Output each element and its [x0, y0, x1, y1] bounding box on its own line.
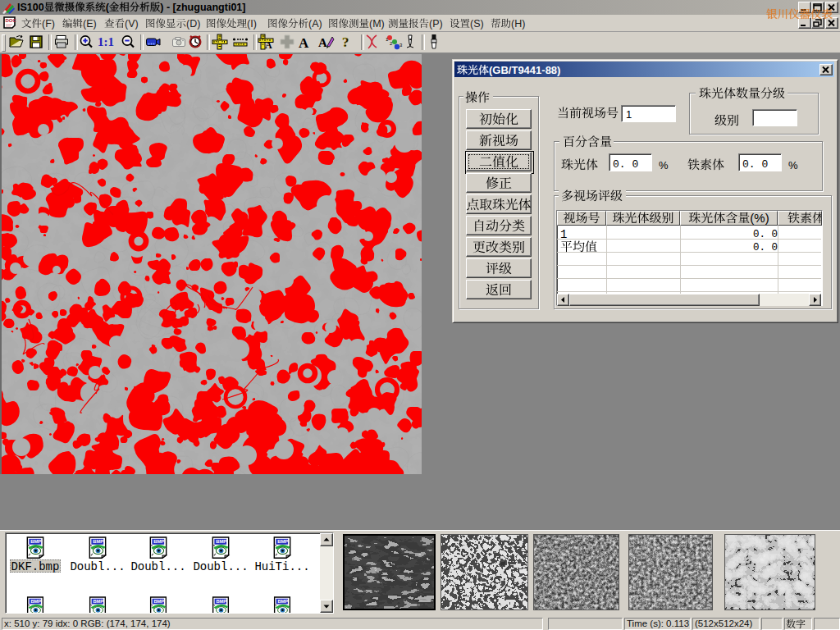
svg-text:(%): (%) — [824, 211, 840, 225]
svg-text:(H): (H) — [511, 18, 525, 30]
svg-text:?: ? — [342, 34, 349, 50]
svg-text:A: A — [299, 35, 309, 51]
svg-text:(P): (P) — [429, 18, 443, 30]
svg-text:1: 1 — [626, 108, 632, 121]
svg-text:x: 510 y: 79 idx: 0 RGB: (17: x: 510 y: 79 idx: 0 RGB: (174, 174, 174) — [4, 619, 171, 628]
svg-text:HuiTi...: HuiTi... — [254, 560, 309, 573]
svg-text:(S): (S) — [470, 18, 484, 30]
svg-text:(F): (F) — [42, 18, 55, 30]
svg-text:A: A — [318, 36, 327, 49]
svg-text:(D): (D) — [186, 18, 200, 30]
svg-text:A: A — [265, 39, 272, 51]
svg-text:Doubl...: Doubl... — [193, 560, 248, 573]
svg-text:IS100: IS100 — [17, 2, 44, 13]
svg-text:(I): (I) — [247, 18, 257, 30]
svg-text:0. 0: 0. 0 — [753, 242, 778, 253]
svg-text:0. 0: 0. 0 — [613, 158, 638, 171]
svg-text:(A): (A) — [308, 18, 322, 30]
svg-text:) - [zhuguangti01]: ) - [zhuguangti01] — [160, 2, 245, 13]
svg-text:(M): (M) — [369, 18, 385, 30]
svg-text:DKF.bmp: DKF.bmp — [11, 560, 60, 573]
svg-text:Doubl...: Doubl... — [130, 560, 185, 573]
svg-text:1:1: 1:1 — [98, 35, 114, 48]
svg-text:3: 3 — [399, 43, 403, 48]
svg-text:(V): (V) — [125, 18, 139, 30]
svg-text:%: % — [659, 159, 669, 171]
svg-text:0. 0: 0. 0 — [742, 158, 768, 171]
svg-text:(512x512x24): (512x512x24) — [695, 619, 752, 628]
svg-text:(GB/T9441-88): (GB/T9441-88) — [489, 64, 560, 76]
svg-text:(E): (E) — [83, 18, 97, 30]
svg-text:0. 0: 0. 0 — [753, 229, 778, 240]
svg-text:(: ( — [106, 2, 110, 13]
svg-text:Time (s): 0.113: Time (s): 0.113 — [627, 619, 689, 628]
svg-text:(%): (%) — [750, 211, 769, 225]
svg-text:Doubl...: Doubl... — [70, 560, 125, 573]
svg-text:%: % — [788, 159, 798, 171]
svg-text:1: 1 — [560, 228, 567, 241]
